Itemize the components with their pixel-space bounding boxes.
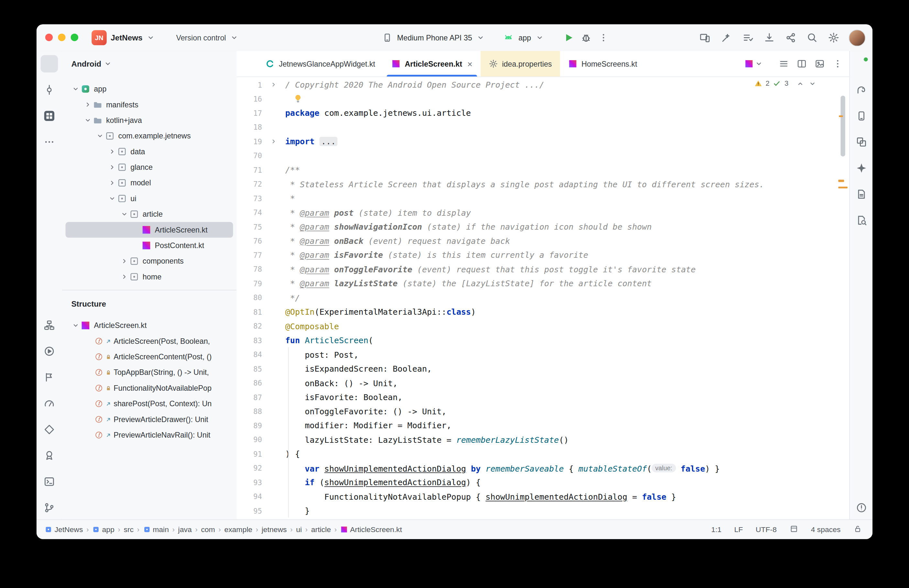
breadcrumb-item-main[interactable]: main <box>143 525 169 534</box>
line-number[interactable]: 1 <box>236 81 262 89</box>
line-number[interactable]: 84 <box>236 350 262 359</box>
medal-tool-button[interactable] <box>40 447 58 464</box>
code-line-17[interactable]: package com.example.jetnews.ui.article <box>285 106 841 120</box>
tree-expander[interactable] <box>119 256 129 266</box>
code-line-83[interactable]: fun ArticleScreen( <box>285 333 841 347</box>
problems-tool-button[interactable] <box>852 499 870 517</box>
hidden-tabs-dropdown[interactable] <box>744 59 763 69</box>
code-line-86[interactable]: onBack: () -> Unit, <box>285 376 841 390</box>
code-line-84[interactable]: post: Post, <box>285 347 841 362</box>
code-line-74[interactable]: * @param post (state) item to display <box>285 205 841 220</box>
settings-button[interactable] <box>827 31 840 44</box>
code-line-78[interactable]: * @param onToggleFavorite (event) reques… <box>285 262 841 276</box>
tab-jetnewsglanceappwidget-kt[interactable]: JetnewsGlanceAppWidget.kt <box>257 51 383 77</box>
find-doc-tool-button[interactable] <box>852 212 870 229</box>
status-indent-config[interactable]: 4 spaces <box>811 525 841 534</box>
code-line-81[interactable]: @OptIn(ExperimentalMaterial3Api::class) <box>285 305 841 319</box>
structure-item[interactable]: fArticleScreen(Post, Boolean, <box>66 333 233 349</box>
code-line-16[interactable] <box>285 92 841 106</box>
user-avatar[interactable] <box>849 29 865 46</box>
next-problem-button[interactable] <box>809 79 816 87</box>
run-configuration[interactable]: app <box>518 33 531 42</box>
code-line-94[interactable]: FunctionalityNotAvailablePopup { showUni… <box>285 489 841 504</box>
search-button[interactable] <box>806 31 819 44</box>
code-line-71[interactable]: /** <box>285 163 841 177</box>
line-number[interactable]: 19 <box>236 137 262 146</box>
project-tree-item-data[interactable]: data <box>66 144 233 159</box>
line-number[interactable]: 83 <box>236 336 262 345</box>
project-menu[interactable]: JetNews <box>111 33 142 42</box>
structure-item[interactable]: fFunctionalityNotAvailablePop <box>66 380 233 396</box>
line-number[interactable]: 95 <box>236 507 262 515</box>
line-number[interactable]: 17 <box>236 109 262 117</box>
line-number[interactable]: 77 <box>236 251 262 260</box>
tree-expander[interactable] <box>107 178 117 188</box>
status-write-access[interactable] <box>853 524 862 535</box>
code-line-70[interactable] <box>285 149 841 163</box>
project-view-selector[interactable]: Android <box>71 60 101 68</box>
project-tree-item-manifests[interactable]: manifests <box>66 97 233 112</box>
tree-expander[interactable] <box>70 84 81 94</box>
device-tool-button[interactable] <box>852 107 870 125</box>
code-area[interactable]: / Copyright 2020 The Android Open Source… <box>285 77 841 520</box>
split-editor-icon[interactable] <box>796 58 807 69</box>
line-number[interactable]: 16 <box>236 95 262 103</box>
line-number[interactable]: 93 <box>236 478 262 487</box>
tree-expander[interactable] <box>107 194 117 204</box>
checklist-button[interactable] <box>741 31 754 44</box>
project-tree-item-postcontent-kt[interactable]: PostContent.kt <box>66 238 233 253</box>
breadcrumb-item-ui[interactable]: ui <box>296 525 302 534</box>
structure-item[interactable]: fPreviewArticleDrawer(): Unit <box>66 411 233 427</box>
device-mirror-button[interactable] <box>698 31 711 44</box>
breadcrumb-item-article[interactable]: article <box>311 525 331 534</box>
line-number[interactable]: 70 <box>236 151 262 160</box>
hierarchy-tool-button[interactable] <box>40 316 58 334</box>
project-tree-item-app[interactable]: app <box>66 81 233 97</box>
grid-tool-button[interactable] <box>40 107 58 125</box>
code-line-77[interactable]: * @param isFavorite (state) is this item… <box>285 248 841 262</box>
debug-button[interactable] <box>580 31 592 44</box>
project-tree-item-home[interactable]: home <box>66 269 233 284</box>
fold-toggle[interactable] <box>262 81 285 88</box>
breadcrumb-item-articlescreen-kt[interactable]: ArticleScreen.kt <box>340 525 402 534</box>
run-button[interactable] <box>562 31 575 44</box>
code-line-72[interactable]: * Stateless Article Screen that displays… <box>285 177 841 191</box>
line-number[interactable]: 85 <box>236 365 262 373</box>
warning-stripe-mark[interactable] <box>838 187 848 188</box>
warning-stripe-mark[interactable] <box>839 115 843 117</box>
breadcrumb-item-com[interactable]: com <box>201 525 215 534</box>
project-tree-item-ui[interactable]: ui <box>66 191 233 206</box>
intention-bulb-icon[interactable] <box>294 94 303 103</box>
share-link-button[interactable] <box>785 31 797 44</box>
code-line-92[interactable]: var showUnimplementedActionDialog by rem… <box>285 461 841 475</box>
project-tree-item-model[interactable]: model <box>66 175 233 191</box>
commit-tool-button[interactable] <box>40 81 58 99</box>
more-tool-button[interactable] <box>40 133 58 151</box>
gauge-tool-button[interactable] <box>40 394 58 412</box>
code-line-82[interactable]: @Composable <box>285 319 841 333</box>
device-selector[interactable]: Medium Phone API 35 <box>397 33 472 42</box>
diamond-tool-button[interactable] <box>40 421 58 438</box>
tree-expander[interactable] <box>82 99 92 110</box>
more-run-options-button[interactable] <box>597 31 610 44</box>
structure-item[interactable]: ArticleScreen.kt <box>66 318 233 333</box>
line-number[interactable]: 74 <box>236 208 262 217</box>
editor-more-icon[interactable] <box>832 58 843 69</box>
close-tab-button[interactable]: × <box>467 59 473 69</box>
panel-divider[interactable] <box>62 290 236 291</box>
breadcrumb-item-example[interactable]: example <box>224 525 252 534</box>
line-number[interactable]: 91 <box>236 449 262 458</box>
code-line-76[interactable]: * @param onBack (event) request navigate… <box>285 234 841 248</box>
inspections-widget[interactable]: 2 3 <box>754 79 816 88</box>
line-number[interactable]: 87 <box>236 393 262 402</box>
tree-expander[interactable] <box>94 131 105 141</box>
run-tool-button[interactable] <box>40 342 58 360</box>
line-number[interactable]: 86 <box>236 379 262 388</box>
code-line-91[interactable]: ) { <box>285 447 841 461</box>
line-number[interactable]: 76 <box>236 237 262 246</box>
code-line-80[interactable]: */ <box>285 291 841 305</box>
breadcrumb-item-java[interactable]: java <box>178 525 192 534</box>
tree-expander[interactable] <box>107 147 117 157</box>
doc-edit-tool-button[interactable] <box>852 185 870 203</box>
notifications-tool-button[interactable] <box>852 55 870 73</box>
